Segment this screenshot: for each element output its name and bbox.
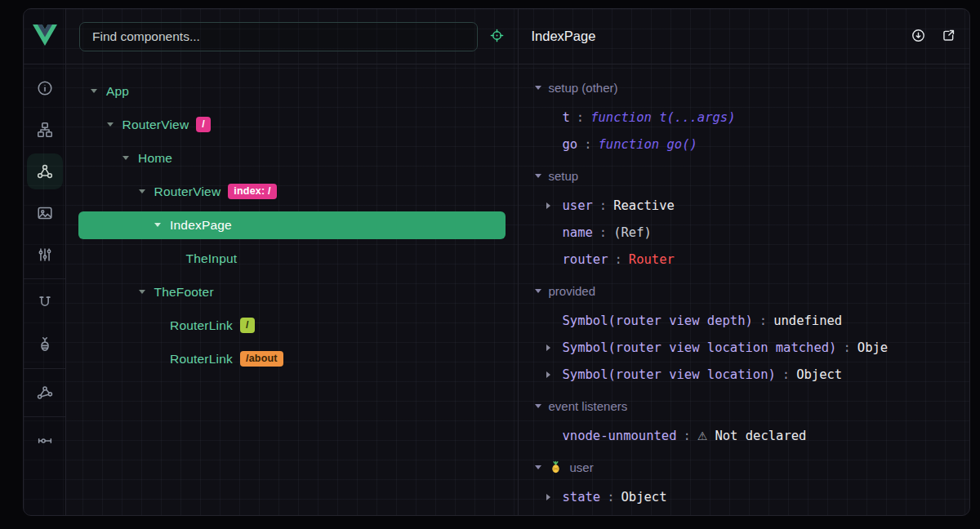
components-icon [36,162,54,180]
scroll-to-component-button[interactable] [911,28,926,46]
tree-row-app[interactable]: App [78,74,506,108]
pinia-store-icon [549,460,563,476]
expand-icon[interactable] [546,494,563,500]
hierarchy-nav-button[interactable] [27,112,63,148]
section-header-setup[interactable]: setup [535,160,954,192]
field-value: (Ref) [613,225,652,240]
component-tree: AppRouterView/HomeRouterViewindex: /Inde… [66,64,518,515]
caret-down-icon[interactable] [107,122,122,127]
field-key: Symbol(router view location) [563,367,776,382]
scroll-to-component-icon [911,28,926,46]
component-tree-panel: AppRouterView/HomeRouterViewindex: /Inde… [66,9,519,515]
tree-row-routerlink[interactable]: RouterLink/about [78,342,506,376]
state-section-event-listeners: event listenersvnode-unmounted:⚠Not decl… [535,390,954,449]
state-field-vnode-unmounted[interactable]: vnode-unmounted:⚠Not declared [535,422,954,449]
state-field-user[interactable]: user:Reactive [535,192,954,219]
vue-devtools-window: AppRouterView/HomeRouterViewindex: /Inde… [23,8,970,516]
tree-row-routerview[interactable]: RouterViewindex: / [78,175,506,208]
field-separator: : [836,340,857,355]
tree-row-theinput[interactable]: TheInput [78,242,506,275]
caret-down-glyph [91,89,97,93]
open-external-button[interactable] [941,28,956,46]
tree-toolbar [66,9,518,64]
timeline-nav-button[interactable] [27,237,63,273]
expand-icon[interactable] [546,202,563,209]
field-separator: : [570,110,590,125]
pinia-nav-icon [36,336,54,353]
state-field-getters[interactable]: getters:Object [535,510,954,515]
state-field-symbol-router-view-depth[interactable]: Symbol(router view depth):undefined [535,307,954,334]
route-badge: index: / [228,184,276,199]
caret-right-glyph [546,202,550,209]
section-label: user [570,461,594,473]
state-field-symbol-router-view-location[interactable]: Symbol(router view location):Object [535,361,954,388]
component-name: RouterLink [170,318,233,333]
hierarchy-icon [36,121,54,139]
settings-nav-button[interactable] [27,423,63,459]
field-key: t [563,110,570,125]
vue-logo-icon [33,24,57,49]
component-name: RouterLink [170,352,233,367]
component-name: RouterView [154,184,221,199]
section-header-user[interactable]: user [535,451,954,483]
section-header-event-listeners[interactable]: event listeners [535,390,954,422]
caret-down-icon [535,174,541,178]
router-nav-button[interactable] [27,285,63,321]
field-key: go [563,137,578,152]
field-value: function go() [599,137,697,152]
field-key: name [563,225,593,240]
crosshair-icon [489,28,505,46]
route-badge: / [196,117,211,132]
caret-down-icon[interactable] [139,189,154,193]
caret-down-icon[interactable] [154,223,170,227]
route-badge: / [240,318,255,333]
tree-row-routerlink[interactable]: RouterLink/ [78,309,506,342]
component-search[interactable] [79,22,478,51]
field-key: state [563,490,601,505]
state-field-t[interactable]: t:function t(...args) [535,104,954,131]
tree-row-thefooter[interactable]: TheFooter [78,275,506,309]
section-header-provided[interactable]: provided [535,275,954,307]
field-value: Not declared [715,429,806,443]
caret-down-icon[interactable] [122,156,138,160]
graph-nav-button[interactable] [27,375,63,411]
state-section-setup-other: setup (other)t:function t(...args)go:fun… [535,72,954,158]
assets-nav-button[interactable] [27,195,63,231]
state-field-name[interactable]: name:(Ref) [535,219,954,246]
vue-logo [24,9,65,64]
settings-icon [36,432,54,450]
field-key: vnode-unmounted [563,429,677,443]
field-value: Reactive [613,198,675,213]
info-nav-button[interactable] [27,70,63,106]
state-field-symbol-router-view-location-matched[interactable]: Symbol(router view location matched):Obj… [535,334,954,361]
field-value: Object [621,490,667,505]
field-separator: : [776,367,796,382]
field-key: Symbol(router view depth) [563,313,753,328]
field-separator: : [608,252,629,267]
expand-icon[interactable] [546,345,563,351]
field-separator: : [676,429,697,443]
pinia-nav-nav-button[interactable] [27,327,63,362]
section-label: setup [549,170,579,182]
state-field-go[interactable]: go:function go() [535,131,954,158]
component-state-panel: IndexPage setup (other)t:function t(...a… [519,9,970,515]
search-input[interactable] [91,29,466,45]
caret-right-glyph [546,371,550,378]
warning-icon: ⚠ [697,429,708,442]
field-value: Obje [858,340,888,355]
field-separator: : [593,225,613,240]
tree-row-indexpage[interactable]: IndexPage [78,211,506,239]
tree-row-routerview[interactable]: RouterView/ [78,108,506,141]
state-field-state[interactable]: state:Object [535,483,954,510]
tree-row-home[interactable]: Home [78,141,506,175]
info-icon [36,79,54,97]
section-header-setup-other[interactable]: setup (other) [535,72,954,104]
icon-rail [24,9,66,515]
caret-down-icon[interactable] [91,89,106,93]
components-nav-button[interactable] [27,153,63,189]
expand-icon[interactable] [546,371,563,378]
state-field-router[interactable]: router:Router [535,246,954,273]
caret-down-icon[interactable] [139,290,154,294]
component-picker-button[interactable] [489,28,505,46]
caret-down-icon [535,289,541,293]
